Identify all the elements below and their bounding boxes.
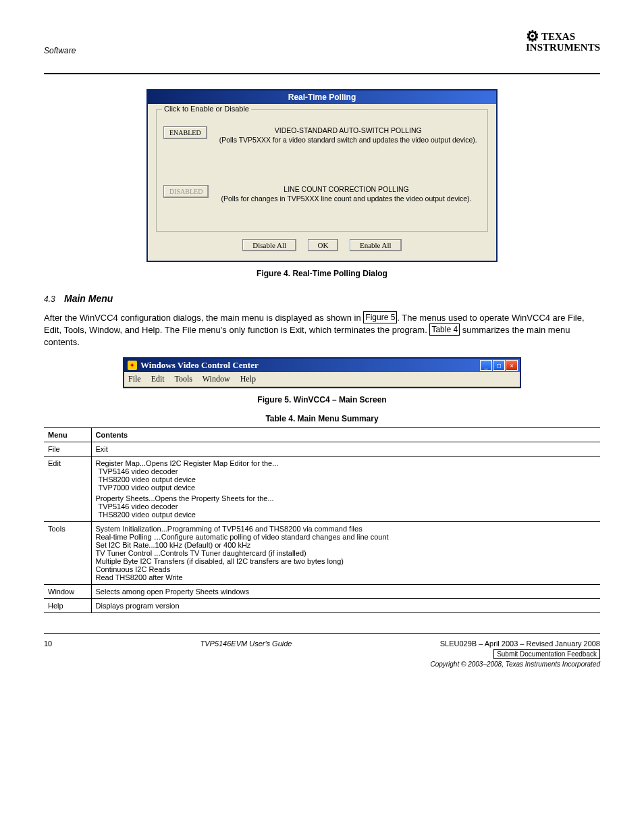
table4-caption: Table 4. Main Menu Summary	[44, 414, 600, 423]
header-rule	[44, 73, 600, 74]
main-menu-summary-table: Menu Contents File Exit Edit Register Ma…	[44, 427, 600, 613]
menu-help[interactable]: Help	[240, 374, 256, 384]
minimize-button[interactable]: _	[480, 360, 492, 371]
disabled-button[interactable]: DISABLED	[163, 185, 209, 198]
menu-file[interactable]: File	[128, 374, 141, 384]
figure4-caption: Figure 4. Real-Time Polling Dialog	[44, 269, 600, 278]
footer-doc-title: TVP5146EVM User's Guide	[200, 640, 292, 659]
brand-logo: ⚙TEXAS INSTRUMENTS	[526, 27, 600, 53]
line-count-desc: LINE COUNT CORRECTION POLLING (Polls for…	[221, 185, 471, 203]
maximize-button[interactable]: □	[493, 360, 505, 371]
dialog-button-row: Disable All OK Enable All	[156, 238, 488, 251]
section-4-3: 4.3 Main Menu After the WinVCC4 configur…	[44, 293, 600, 348]
dialog-title: Real-Time Polling	[148, 90, 496, 104]
enable-all-button[interactable]: Enable All	[350, 239, 402, 251]
ok-button[interactable]: OK	[308, 239, 339, 251]
ti-chip-icon: ⚙	[526, 28, 539, 44]
winvcc4-main-window: ✦ Windows Video Control Center _ □ × Fil…	[123, 357, 521, 388]
edit-cell: Register Map...Opens I2C Register Map Ed…	[91, 457, 600, 522]
figure5-caption: Figure 5. WinVCC4 – Main Screen	[44, 395, 600, 405]
footer-doc-code: SLEU029B – April 2003 – Revised January …	[440, 640, 600, 648]
page-header: Software ⚙TEXAS INSTRUMENTS	[44, 27, 600, 68]
section-body: After the WinVCC4 configuration dialogs,…	[44, 312, 600, 348]
table-row: Tools System Initialization...Programmin…	[44, 522, 600, 585]
line-count-polling-row: DISABLED LINE COUNT CORRECTION POLLING (…	[163, 185, 481, 203]
real-time-polling-dialog: Real-Time Polling Click to Enable or Dis…	[146, 89, 498, 262]
table-row: Help Displays program version	[44, 599, 600, 613]
tools-cell: System Initialization...Programming of T…	[91, 522, 600, 585]
page-footer: 10 TVP5146EVM User's Guide SLEU029B – Ap…	[44, 640, 600, 659]
table-row: File Exit	[44, 442, 600, 457]
footer-rule	[44, 633, 600, 634]
disable-all-button[interactable]: Disable All	[242, 239, 296, 251]
enable-disable-group: Click to Enable or Disable ENABLED VIDEO…	[156, 109, 488, 232]
page-number: 10	[44, 640, 52, 659]
table-row: Edit Register Map...Opens I2C Register M…	[44, 457, 600, 522]
auto-switch-polling-row: ENABLED VIDEO-STANDARD AUTO-SWITCH POLLI…	[163, 126, 481, 145]
app-icon: ✦	[128, 361, 137, 370]
enabled-button[interactable]: ENABLED	[163, 126, 207, 139]
feedback-link[interactable]: Submit Documentation Feedback	[493, 649, 600, 659]
table-header-row: Menu Contents	[44, 428, 600, 442]
table-row: Window Selects among open Property Sheet…	[44, 585, 600, 599]
table4-ref[interactable]: Table 4	[429, 323, 460, 336]
header-section-label: Software	[44, 46, 76, 55]
menu-bar: File Edit Tools Window Help	[124, 372, 520, 387]
window-title: Windows Video Control Center	[140, 360, 259, 371]
menu-tools[interactable]: Tools	[174, 374, 192, 384]
copyright: Copyright © 2003–2008, Texas Instruments…	[44, 660, 600, 668]
close-button[interactable]: ×	[506, 360, 518, 371]
figure5-ref[interactable]: Figure 5	[363, 311, 397, 323]
menu-edit[interactable]: Edit	[151, 374, 165, 384]
section-title: Main Menu	[64, 293, 113, 304]
menu-window[interactable]: Window	[203, 374, 230, 384]
auto-switch-desc: VIDEO-STANDARD AUTO-SWITCH POLLING (Poll…	[219, 126, 477, 145]
group-title: Click to Enable or Disable	[162, 105, 251, 113]
